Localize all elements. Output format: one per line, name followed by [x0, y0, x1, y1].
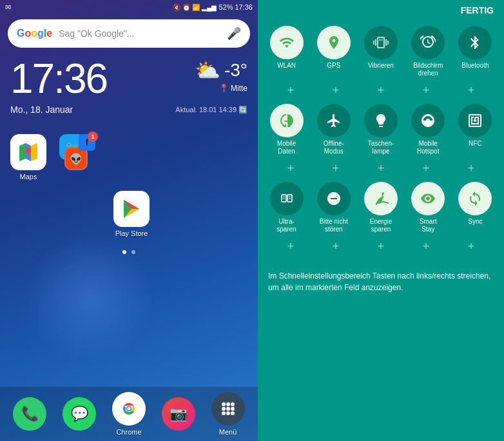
app-maps[interactable]: Maps — [10, 134, 46, 181]
smart-stay-label: SmartStay — [420, 218, 437, 233]
camera-icon[interactable]: 📷 — [162, 397, 195, 431]
google-logo: Google — [17, 28, 52, 39]
dock-phone[interactable]: 📞 — [13, 397, 46, 431]
alarm-icon: ⏰ — [182, 4, 190, 11]
fertig-button[interactable]: FERTIG — [461, 5, 494, 15]
battery-percent: 52% 17:36 — [218, 3, 253, 11]
qs-ultra[interactable]: Ultra-sparen — [263, 177, 310, 239]
bluetooth-icon-circle[interactable] — [458, 26, 492, 59]
smart-stay-icon — [420, 191, 436, 206]
add-icon-9[interactable]: + — [423, 162, 430, 175]
dock-menu[interactable]: Menü — [211, 392, 245, 436]
maps-icon[interactable] — [10, 134, 46, 170]
add-icon-6[interactable]: + — [287, 162, 295, 175]
quick-settings-panel: FERTIG WLAN GPS — [258, 0, 504, 441]
svg-point-13 — [127, 407, 130, 411]
qs-wlan[interactable]: WLAN — [263, 21, 310, 83]
add-icon-8[interactable]: + — [378, 162, 385, 175]
qs-hotspot[interactable]: MobileHotspot — [405, 99, 452, 161]
sync-icon-circle[interactable] — [458, 182, 492, 215]
qs-offline[interactable]: Offline-Modus — [310, 99, 357, 161]
gps-icon-circle[interactable] — [317, 26, 351, 59]
bitte-icon — [326, 191, 342, 206]
pin-icon: 📍 — [219, 84, 229, 93]
vibrieren-icon-circle[interactable] — [364, 26, 398, 59]
bluetooth-icon — [467, 35, 483, 50]
qs-mobile-daten[interactable]: MobileDaten — [263, 99, 310, 161]
qs-bitte[interactable]: Bitte nichtstören — [310, 177, 357, 239]
qs-taschenlampe[interactable]: Taschen-lampe — [357, 99, 404, 161]
svg-point-21 — [226, 411, 230, 415]
bildschirm-icon — [420, 35, 436, 50]
wlan-icon-circle[interactable] — [270, 26, 304, 59]
status-left-icons: ✉ — [5, 3, 11, 12]
offline-icon-circle[interactable] — [317, 104, 351, 137]
dock-chrome[interactable]: Chrome — [112, 392, 146, 436]
add-icon-11[interactable]: + — [287, 240, 295, 253]
phone-icon[interactable]: 📞 — [13, 397, 46, 431]
mobile-daten-icon — [279, 113, 295, 128]
panel-header: FERTIG — [258, 0, 504, 21]
hotspot-icon — [420, 113, 436, 128]
wlan-icon — [279, 35, 295, 50]
qs-energie[interactable]: Energiesparen — [357, 177, 404, 239]
date-display: Mo., 18. Januar — [10, 104, 73, 115]
whatsapp-icon[interactable]: 💬 — [63, 397, 96, 431]
hotspot-icon-circle[interactable] — [411, 104, 445, 137]
playstore-icon-svg — [121, 199, 142, 219]
search-bar[interactable]: Google Sag "Ok Google"... 🎤 — [8, 19, 250, 48]
weather-icon: ⛅ — [195, 58, 220, 83]
search-placeholder: Sag "Ok Google"... — [59, 28, 227, 39]
add-icon-15[interactable]: + — [468, 240, 475, 253]
app-social-group[interactable]: 🐦 👽 f 1 — [59, 134, 95, 181]
weather-widget: ⛅ -3° 📍 Mitte — [195, 58, 247, 93]
hotspot-label: MobileHotspot — [417, 140, 439, 155]
temperature-display: -3° — [224, 60, 247, 81]
chrome-icon[interactable] — [112, 392, 146, 426]
mobile-daten-label: MobileDaten — [277, 140, 296, 155]
add-icon-14[interactable]: + — [423, 240, 430, 253]
dock-whatsapp[interactable]: 💬 — [63, 397, 96, 431]
qs-nfc[interactable]: NFC — [452, 99, 499, 161]
add-icon-13[interactable]: + — [378, 240, 385, 253]
app-playstore[interactable]: Play Store — [113, 191, 150, 237]
mic-icon[interactable]: 🎤 — [227, 26, 241, 41]
nfc-icon — [467, 113, 483, 128]
qs-sync[interactable]: Sync — [452, 177, 499, 239]
clock-display: 17:36 — [10, 58, 107, 99]
menu-icon[interactable] — [211, 392, 245, 426]
add-icon-12[interactable]: + — [333, 240, 340, 253]
svg-point-18 — [226, 407, 230, 411]
qs-gps[interactable]: GPS — [310, 21, 357, 83]
status-right-info: 🔇 ⏰ 📶 ▂▄▆ 52% 17:36 — [173, 3, 253, 11]
vibrieren-icon — [373, 35, 389, 50]
add-icon-7[interactable]: + — [333, 162, 340, 175]
bitte-icon-circle[interactable] — [317, 182, 351, 215]
svg-marker-1 — [19, 143, 26, 161]
add-icon-2[interactable]: + — [333, 84, 340, 97]
dock-camera[interactable]: 📷 — [162, 397, 195, 431]
qs-vibrieren[interactable]: Vibrieren — [357, 21, 404, 83]
bottom-dock: 📞 💬 Chrome — [0, 387, 258, 441]
add-icon-3[interactable]: + — [378, 84, 385, 97]
nfc-icon-circle[interactable] — [458, 104, 492, 137]
add-icon-1[interactable]: + — [287, 84, 295, 97]
clock-weather-widget: 17:36 ⛅ -3° 📍 Mitte — [0, 53, 258, 104]
smart-stay-icon-circle[interactable] — [411, 182, 445, 215]
qs-smart-stay[interactable]: SmartStay — [405, 177, 452, 239]
mobile-daten-icon-circle[interactable] — [270, 104, 304, 137]
qs-row-1: WLAN GPS Vibrieren — [258, 21, 504, 83]
add-icon-10[interactable]: + — [468, 162, 475, 175]
add-icon-5[interactable]: + — [468, 84, 475, 97]
ultra-icon-circle[interactable] — [270, 182, 304, 215]
energie-icon-circle[interactable] — [364, 182, 398, 215]
playstore-icon[interactable] — [113, 191, 150, 227]
taschenlampe-icon-circle[interactable] — [364, 104, 398, 137]
qs-bildschirm[interactable]: Bildschirmdrehen — [405, 21, 452, 83]
bildschirm-icon-circle[interactable] — [411, 26, 445, 59]
notification-icon: ✉ — [5, 3, 11, 12]
ultra-label: Ultra-sparen — [276, 218, 296, 233]
qs-bluetooth[interactable]: Bluetooth — [452, 21, 499, 83]
add-icon-4[interactable]: + — [423, 84, 430, 97]
date-update-row: Mo., 18. Januar Aktual. 18.01 14:39 🔄 — [0, 104, 258, 115]
